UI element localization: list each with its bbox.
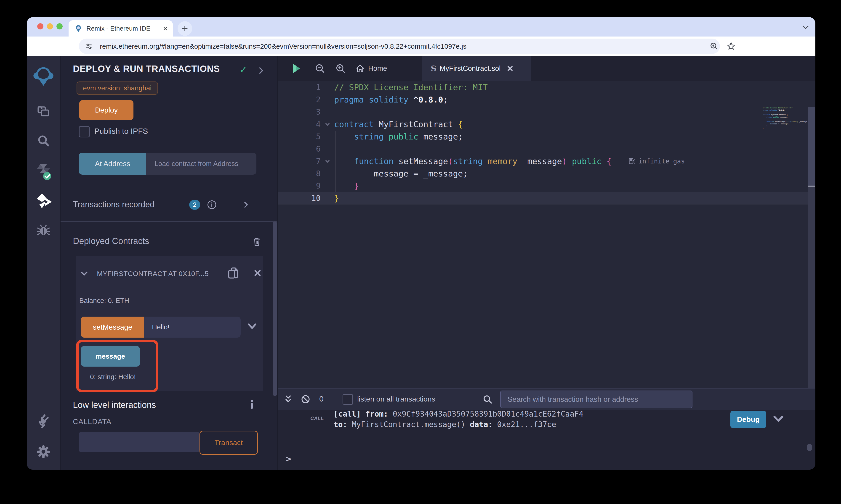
code-line: 1// SPDX-License-Identifier: MIT <box>278 81 816 93</box>
transact-button[interactable]: Transact <box>200 431 258 455</box>
line-number: 7 <box>278 157 321 166</box>
terminal-scrollbar-thumb[interactable] <box>807 444 812 451</box>
remove-contract-icon[interactable] <box>254 269 262 277</box>
code-line: 6 <box>278 143 816 155</box>
solidity-compiler-icon[interactable] <box>27 163 60 181</box>
remix-favicon <box>74 25 82 32</box>
deployed-contracts-title: Deployed Contracts <box>73 236 149 246</box>
terminal-search-input[interactable] <box>500 391 692 408</box>
terminal-count: 0 <box>319 394 324 403</box>
home-tab-label: Home <box>368 65 387 73</box>
code-text: // SPDX-License-Identifier: MIT <box>334 83 488 92</box>
contract-title: MYFIRSTCONTRACT AT 0X10F...5 <box>97 270 221 277</box>
line-number: 10 <box>278 194 321 203</box>
set-message-input[interactable] <box>144 317 241 338</box>
expand-terminal-icon[interactable] <box>284 394 292 404</box>
traffic-light-close[interactable] <box>37 23 44 30</box>
browser-window: Remix - Ethereum IDE remix.ethereum.org/… <box>27 17 816 470</box>
at-address-input[interactable] <box>146 153 256 175</box>
clear-terminal-icon[interactable] <box>301 394 311 404</box>
terminal-search-icon <box>482 394 493 404</box>
code-line: 5 string public message; <box>278 130 816 143</box>
code-text: message = _message; <box>334 169 468 178</box>
publish-ipfs-label: Publish to IPFS <box>95 127 148 136</box>
fold-chevron-icon[interactable] <box>321 159 334 163</box>
line-number: 6 <box>278 144 321 154</box>
log-collapse-chevron-icon[interactable] <box>773 415 784 423</box>
code-editor[interactable]: 1// SPDX-License-Identifier: MIT2pragma … <box>278 81 816 388</box>
deploy-run-icon[interactable] <box>27 193 60 209</box>
low-level-title: Low level interactions <box>73 400 156 410</box>
code-text: function setMessage(string memory _messa… <box>334 157 612 166</box>
transactions-expand-chevron-icon[interactable] <box>243 201 249 209</box>
code-text <box>334 144 339 154</box>
code-text: contract MyFirstContract { <box>334 120 463 129</box>
traffic-light-minimize[interactable] <box>47 23 53 30</box>
editor-scrollbar[interactable] <box>808 107 815 413</box>
file-explorer-icon[interactable] <box>27 104 60 119</box>
code-text: } <box>334 194 339 203</box>
code-line: 9 } <box>278 180 816 192</box>
tab-myfirstcontract[interactable]: S MyFirstContract.sol <box>422 56 531 81</box>
expand-args-chevron-icon[interactable] <box>247 323 257 330</box>
code-text: string public message; <box>334 132 463 141</box>
new-tab-button[interactable] <box>177 21 192 36</box>
code-text: } <box>334 181 359 191</box>
site-settings-icon[interactable] <box>84 42 93 51</box>
deploy-run-panel: DEPLOY & RUN TRANSACTIONS ✓ evm version:… <box>61 56 278 470</box>
line-number: 1 <box>278 83 321 92</box>
line-number: 3 <box>278 107 321 116</box>
contract-collapse-chevron-icon[interactable] <box>80 270 88 277</box>
indent-guide <box>335 131 336 192</box>
fold-chevron-icon[interactable] <box>321 122 334 126</box>
zoom-in-icon[interactable] <box>335 63 346 74</box>
code-text: pragma solidity ^0.8.0; <box>334 95 448 104</box>
deploy-button[interactable]: Deploy <box>79 100 134 120</box>
terminal: 0 listen on all transactions CALL [call]… <box>278 388 816 470</box>
set-message-button[interactable]: setMessage <box>81 317 144 338</box>
annotation-highlight-box <box>76 340 158 392</box>
deployed-contract-card: MYFIRSTCONTRACT AT 0X10F...5 Balance: 0.… <box>76 256 263 391</box>
evm-version-badge: evm version: shanghai <box>76 82 158 95</box>
line-number: 9 <box>278 181 321 191</box>
url-field[interactable]: remix.ethereum.org/#lang=en&optimize=fal… <box>79 39 720 54</box>
panel-collapse-chevron-icon[interactable] <box>258 66 264 75</box>
low-level-info-icon[interactable] <box>248 399 255 410</box>
line-number: 2 <box>278 95 321 104</box>
run-script-play-icon[interactable] <box>292 63 301 74</box>
traffic-light-zoom[interactable] <box>56 23 63 30</box>
editor-minimap[interactable]: // SPDX-License-Identifier: MITpragma so… <box>762 107 807 130</box>
plugin-manager-icon[interactable] <box>27 414 60 429</box>
tab-home[interactable]: Home <box>355 56 387 81</box>
debugger-bug-icon[interactable] <box>27 223 60 237</box>
tab-search-chevron-icon[interactable] <box>802 24 810 30</box>
transactions-info-icon[interactable] <box>207 200 217 210</box>
file-tab-close-icon[interactable] <box>507 65 514 72</box>
copy-address-icon[interactable] <box>227 267 239 280</box>
terminal-toolbar: 0 listen on all transactions <box>278 388 816 410</box>
terminal-prompt[interactable]: > <box>286 454 291 464</box>
search-icon[interactable] <box>27 134 60 148</box>
zoom-page-icon[interactable] <box>709 42 719 51</box>
code-line: 10} <box>278 192 816 204</box>
contract-balance: Balance: 0. ETH <box>79 297 129 305</box>
publish-ipfs-checkbox[interactable] <box>79 126 90 138</box>
debug-button[interactable]: Debug <box>731 411 766 428</box>
remix-logo-icon[interactable] <box>27 65 60 88</box>
listen-checkbox[interactable] <box>343 394 353 405</box>
trash-icon[interactable] <box>252 236 262 247</box>
remix-app: DEPLOY & RUN TRANSACTIONS ✓ evm version:… <box>27 56 816 470</box>
zoom-out-icon[interactable] <box>315 63 325 74</box>
tab-close-icon[interactable] <box>162 25 168 32</box>
panel-scrollbar[interactable] <box>273 221 277 396</box>
panel-divider <box>61 221 277 222</box>
bookmark-star-icon[interactable] <box>726 41 736 51</box>
at-address-button[interactable]: At Address <box>79 153 146 175</box>
tab-title: Remix - Ethereum IDE <box>86 25 150 32</box>
calldata-input[interactable] <box>79 432 200 452</box>
browser-tab[interactable]: Remix - Ethereum IDE <box>69 20 173 37</box>
line-number: 5 <box>278 132 321 141</box>
editor-scrollbar-thumb[interactable] <box>808 107 815 186</box>
settings-gear-icon[interactable] <box>27 445 60 459</box>
code-line: 2pragma solidity ^0.8.0; <box>278 93 816 106</box>
